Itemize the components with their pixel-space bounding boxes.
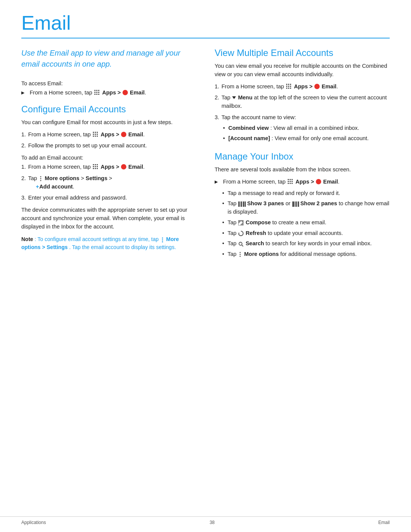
page-footer: Applications 38 Email: [0, 516, 411, 525]
svg-rect-48: [288, 183, 289, 184]
footer-right: Email: [378, 520, 390, 525]
svg-point-32: [162, 241, 163, 242]
show-3-panes-icon: [238, 201, 245, 206]
more-options-icon: [39, 176, 43, 181]
add-icon: +: [36, 183, 39, 191]
manage-section-title: Manage Your Inbox: [215, 151, 390, 162]
svg-rect-22: [95, 166, 96, 167]
apps-icon-4: [286, 83, 292, 89]
svg-rect-18: [93, 164, 94, 165]
svg-rect-40: [288, 88, 289, 89]
view-steps-list: 1. From a Home screen, tap: [215, 83, 390, 143]
svg-point-27: [40, 176, 41, 177]
svg-point-65: [240, 254, 241, 255]
email-dot-icon-2: [121, 132, 126, 137]
view-intro: You can view email you receive for multi…: [215, 62, 390, 79]
note-label: Note: [21, 236, 33, 242]
svg-rect-10: [95, 132, 96, 133]
svg-rect-34: [288, 84, 289, 85]
page-header: Email: [0, 0, 411, 38]
device-note-text: The device communicates with the appropr…: [21, 206, 196, 231]
refresh-icon: [238, 230, 244, 236]
svg-marker-61: [239, 232, 240, 233]
svg-point-29: [40, 180, 41, 181]
svg-rect-8: [98, 94, 99, 95]
svg-rect-39: [286, 88, 287, 89]
svg-rect-20: [97, 164, 98, 165]
show-2-panes-icon: [292, 201, 298, 206]
email-dot-icon-3: [121, 164, 126, 169]
add-step-2: 2. Tap More options > Settings > +Add ac: [21, 174, 196, 191]
svg-rect-19: [95, 164, 96, 165]
footer-left: Applications: [21, 520, 46, 525]
add-label: To add an Email account:: [21, 155, 196, 161]
access-step-text: From a Home screen, tap: [30, 89, 146, 96]
svg-rect-41: [290, 88, 291, 89]
svg-rect-7: [96, 94, 97, 95]
configure-step-1: 1. From a Home screen, tap: [21, 131, 196, 139]
access-label: To access Email:: [21, 80, 196, 86]
page-title: Email: [21, 12, 390, 34]
compose-icon: [238, 220, 244, 225]
manage-bullets-list: Tap a message to read and reply or forwa…: [221, 189, 390, 259]
svg-point-62: [239, 242, 242, 245]
add-step-1: 1. From a Home screen, tap: [21, 163, 196, 171]
view-bullet-combined: Combined view : View all email in a comb…: [221, 124, 390, 133]
view-step-2: 2. Tap Menu at the top left of the scree…: [215, 94, 390, 110]
svg-line-63: [242, 245, 243, 246]
svg-rect-1: [96, 90, 97, 91]
svg-rect-35: [290, 84, 291, 85]
add-steps-list: 1. From a Home screen, tap: [21, 163, 196, 202]
svg-point-28: [40, 178, 41, 179]
svg-rect-21: [93, 166, 94, 167]
configure-section-title: Configure Email Accounts: [21, 104, 196, 115]
apps-icon-3: [92, 164, 99, 170]
manage-bullet-3: Tap Compose to create a new email.: [221, 219, 390, 227]
svg-rect-6: [94, 94, 96, 95]
note-section: Note : To configure email account settin…: [21, 235, 196, 251]
more-options-icon-note: [161, 237, 164, 242]
content-columns: Use the Email app to view and manage all…: [0, 48, 411, 262]
svg-rect-2: [98, 90, 99, 91]
svg-rect-56: [295, 201, 297, 207]
svg-rect-38: [290, 86, 291, 87]
email-dot-icon-4: [314, 84, 320, 89]
svg-rect-52: [241, 201, 242, 207]
apps-icon-5: [287, 179, 293, 185]
svg-rect-17: [97, 136, 98, 137]
more-options-icon-manage: [238, 251, 242, 257]
email-dot-icon: [123, 90, 128, 95]
manage-intro: There are several tools available from t…: [215, 166, 390, 174]
intro-text: Use the Email app to view and manage all…: [21, 48, 196, 70]
svg-rect-54: [245, 201, 246, 207]
menu-arrow-icon: [232, 96, 236, 99]
manage-bullet-1: Tap a message to read and reply or forwa…: [221, 189, 390, 198]
manage-arrow-step: From a Home screen, tap Apps >: [215, 178, 390, 186]
svg-rect-3: [94, 92, 96, 93]
svg-rect-5: [98, 92, 99, 93]
svg-rect-14: [97, 134, 98, 135]
svg-rect-24: [93, 168, 94, 169]
view-step-3: 3. Tap the account name to view: Combine…: [215, 113, 390, 143]
svg-rect-37: [288, 86, 289, 87]
footer-center: 38: [210, 520, 215, 525]
svg-rect-46: [290, 181, 291, 182]
svg-rect-25: [95, 168, 96, 169]
svg-point-30: [162, 237, 163, 238]
left-column: Use the Email app to view and manage all…: [21, 48, 196, 262]
svg-rect-50: [292, 183, 293, 184]
svg-rect-11: [97, 132, 98, 133]
manage-bullet-4: Tap Refresh to update your email account…: [221, 229, 390, 238]
svg-point-64: [240, 252, 241, 253]
svg-rect-36: [286, 86, 287, 87]
right-column: View Multiple Email Accounts You can vie…: [215, 48, 390, 262]
svg-rect-44: [292, 179, 293, 180]
header-divider: [21, 38, 390, 38]
svg-rect-53: [243, 201, 244, 207]
svg-rect-4: [96, 92, 97, 93]
svg-rect-49: [290, 183, 291, 184]
access-step: From a Home screen, tap: [21, 89, 196, 97]
configure-intro: You can configure Email for most account…: [21, 118, 196, 127]
manage-bullet-2: Tap Show 3 panes or: [221, 200, 390, 216]
configure-steps-list: 1. From a Home screen, tap: [21, 131, 196, 150]
